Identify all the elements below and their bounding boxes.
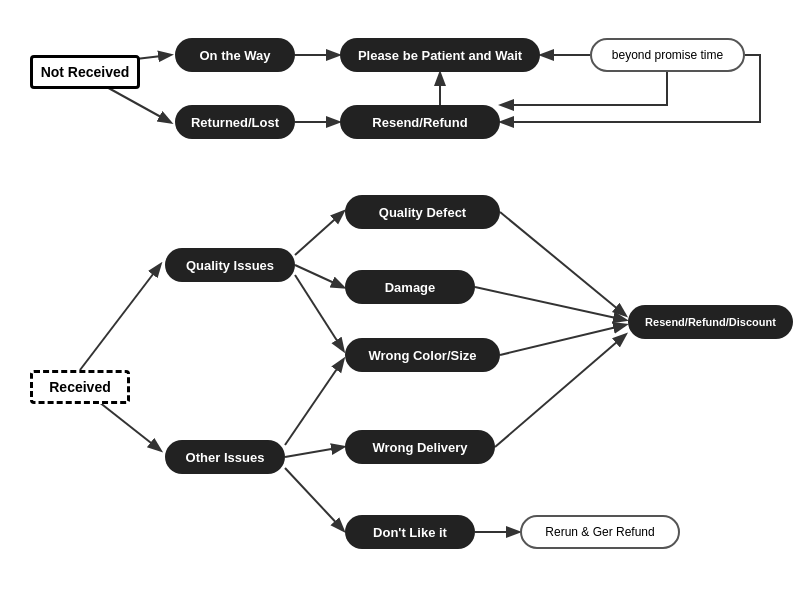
svg-line-10: [295, 265, 343, 287]
not-received-node: Not Received: [30, 55, 140, 89]
svg-line-12: [285, 360, 343, 445]
dont-like-node: Don't Like it: [345, 515, 475, 549]
svg-line-18: [495, 335, 625, 447]
resend-refund-top-node: Resend/Refund: [340, 105, 500, 139]
svg-line-11: [295, 275, 343, 350]
received-node: Received: [30, 370, 130, 404]
svg-line-14: [285, 468, 343, 530]
quality-issues-node: Quality Issues: [165, 248, 295, 282]
svg-line-15: [500, 212, 625, 315]
please-patient-node: Please be Patient and Wait: [340, 38, 540, 72]
return-get-refund-node: Rerun & Ger Refund: [520, 515, 680, 549]
resend-refund-discount-node: Resend/Refund/Discount: [628, 305, 793, 339]
damage-node: Damage: [345, 270, 475, 304]
on-the-way-node: On the Way: [175, 38, 295, 72]
wrong-delivery-node: Wrong Delivery: [345, 430, 495, 464]
svg-line-13: [285, 447, 343, 457]
svg-line-17: [500, 325, 625, 355]
wrong-color-node: Wrong Color/Size: [345, 338, 500, 372]
svg-line-16: [475, 287, 625, 320]
svg-line-7: [80, 265, 160, 370]
svg-line-9: [295, 212, 343, 255]
other-issues-node: Other Issues: [165, 440, 285, 474]
returned-lost-node: Returned/Lost: [175, 105, 295, 139]
beyond-promise-node: beyond promise time: [590, 38, 745, 72]
quality-defect-node: Quality Defect: [345, 195, 500, 229]
